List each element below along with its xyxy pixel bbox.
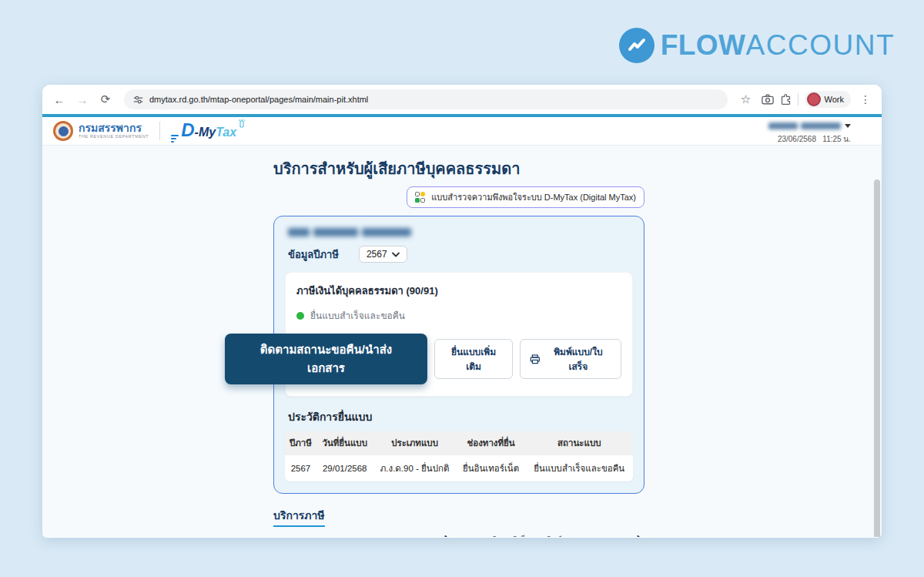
- url-text: dmytax.rd.go.th/mtap-oneportal/pages/mai…: [149, 95, 368, 104]
- browser-menu-button[interactable]: ⋮: [857, 93, 874, 106]
- service-item-edonation[interactable]: ระบบบริจาคอิเล็กทรอนิกส์ (e-Donation): [466, 530, 644, 537]
- flowaccount-logo: FLOWACCOUNT: [619, 28, 895, 63]
- chevron-right-icon: [444, 535, 450, 537]
- back-button[interactable]: ←: [50, 90, 69, 109]
- caret-down-icon: [845, 124, 851, 128]
- table-row: 2567 29/01/2568 ภ.ง.ด.90 - ยื่นปกติ ยื่น…: [285, 455, 633, 482]
- site-info-icon[interactable]: [133, 95, 143, 105]
- history-title: ประวัติการยื่นแบบ: [288, 408, 633, 425]
- dmytax-mascot-icon: [238, 119, 246, 129]
- cell-channel: ยื่นอินเทอร์เน็ต: [457, 455, 526, 482]
- service-item-efiling[interactable]: ระบบ E-FILING: [273, 530, 452, 537]
- tax-year-label: ข้อมูลปีภาษี: [288, 247, 339, 263]
- col-form-type: ประเภทแบบ: [373, 431, 457, 455]
- profile-label: Work: [825, 95, 844, 104]
- col-filing-date: วันที่ยื่นแบบ: [316, 431, 373, 455]
- toolbar-divider: [798, 93, 798, 106]
- revenue-department-logo: กรมสรรพากร THE REVENUE DEPARTMENT: [53, 121, 149, 141]
- revenue-department-seal-icon: [53, 121, 73, 141]
- track-refund-button[interactable]: ติดตามสถานะขอคืน/นำส่งเอกสาร: [225, 334, 427, 384]
- print-form-label: พิมพ์แบบ/ใบเสร็จ: [545, 344, 611, 374]
- col-channel: ช่องทางที่ยื่น: [457, 431, 526, 455]
- services-grid: ระบบ E-FILING ระบบบริจาคอิเล็กทรอนิกส์ (…: [273, 530, 644, 537]
- taxpayer-card: ข้อมูลปีภาษี 2567 ภาษีเงินได้บุคคลธรรมดา…: [273, 216, 644, 494]
- survey-button-label: แบบสำรวจความพึงพอใจระบบ D-MyTax (Digital…: [431, 190, 636, 204]
- col-status: สถานะแบบ: [526, 431, 633, 455]
- survey-icon: [415, 192, 426, 203]
- taxpayer-name-redacted: [288, 228, 633, 237]
- revenue-department-name: กรมสรรพากร: [79, 122, 149, 133]
- brand-flow-text: FLOW: [661, 29, 746, 62]
- col-tax-year: ปีภาษี: [285, 431, 316, 455]
- brand-account-text: ACCOUNT: [746, 29, 895, 62]
- print-form-button[interactable]: พิมพ์แบบ/ใบเสร็จ: [520, 339, 621, 379]
- forward-button[interactable]: →: [73, 90, 92, 109]
- browser-toolbar: ← → ⟳ dmytax.rd.go.th/mtap-oneportal/pag…: [42, 85, 882, 114]
- user-name-redacted: [768, 122, 841, 129]
- reload-button[interactable]: ⟳: [96, 90, 115, 109]
- status-text: ยื่นแบบสำเร็จและขอคืน: [310, 308, 405, 323]
- flowaccount-icon: [619, 28, 654, 63]
- profile-avatar: [807, 92, 821, 106]
- status-dot: [296, 312, 304, 320]
- url-bar[interactable]: dmytax.rd.go.th/mtap-oneportal/pages/mai…: [124, 89, 728, 109]
- survey-button[interactable]: แบบสำรวจความพึงพอใจระบบ D-MyTax (Digital…: [407, 186, 644, 208]
- dmytax-speedlines-icon: [171, 135, 179, 143]
- bookmark-star-icon[interactable]: ☆: [737, 90, 755, 109]
- file-additional-button[interactable]: ยื่นแบบเพิ่มเติม: [434, 339, 513, 379]
- cell-form-type: ภ.ง.ด.90 - ยื่นปกติ: [373, 455, 457, 482]
- camera-icon[interactable]: [762, 94, 774, 105]
- tax-form-panel: ภาษีเงินได้บุคคลธรรมดา (90/91) ยื่นแบบสำ…: [285, 272, 633, 397]
- dmytax-tax: Tax: [216, 126, 236, 139]
- printer-icon: [530, 354, 541, 364]
- chevron-down-icon: [392, 252, 400, 257]
- cell-filing-date: 29/01/2568: [316, 455, 373, 482]
- profile-chip[interactable]: Work: [805, 91, 851, 108]
- history-header-row: ปีภาษี วันที่ยื่นแบบ ประเภทแบบ ช่องทางที…: [285, 431, 633, 455]
- tax-form-title: ภาษีเงินได้บุคคลธรรมดา (90/91): [296, 283, 621, 299]
- tax-year-select[interactable]: 2567: [359, 246, 407, 263]
- page-title: บริการสำหรับผู้เสียภาษีบุคคลธรรมดา: [273, 146, 644, 181]
- user-menu[interactable]: [768, 120, 851, 131]
- chevron-right-icon: [637, 535, 643, 537]
- scrollbar-thumb[interactable]: [874, 179, 880, 537]
- browser-window: ← → ⟳ dmytax.rd.go.th/mtap-oneportal/pag…: [42, 85, 882, 538]
- tax-year-value: 2567: [367, 249, 387, 260]
- page-content: บริการสำหรับผู้เสียภาษีบุคคลธรรมดา แบบสำ…: [42, 146, 882, 537]
- site-header: กรมสรรพากร THE REVENUE DEPARTMENT D -My …: [42, 117, 882, 146]
- header-datetime: 23/06/2568 11:25 น.: [768, 133, 851, 145]
- revenue-department-subtitle: THE REVENUE DEPARTMENT: [79, 135, 149, 139]
- header-date: 23/06/2568: [778, 135, 816, 143]
- dmytax-d: D: [181, 119, 194, 141]
- dmytax-my: -My: [195, 126, 216, 139]
- header-time: 11:25 น.: [822, 135, 851, 143]
- dmytax-logo: D -My Tax: [171, 119, 246, 143]
- cell-tax-year: 2567: [285, 455, 316, 482]
- extensions-icon[interactable]: [780, 94, 792, 106]
- history-table: ปีภาษี วันที่ยื่นแบบ ประเภทแบบ ช่องทางที…: [285, 431, 633, 481]
- cell-status: ยื่นแบบสำเร็จและขอคืน: [526, 455, 633, 482]
- page-scrollbar[interactable]: [874, 179, 880, 537]
- header-divider: [159, 122, 160, 140]
- services-title: บริการภาษี: [273, 507, 325, 527]
